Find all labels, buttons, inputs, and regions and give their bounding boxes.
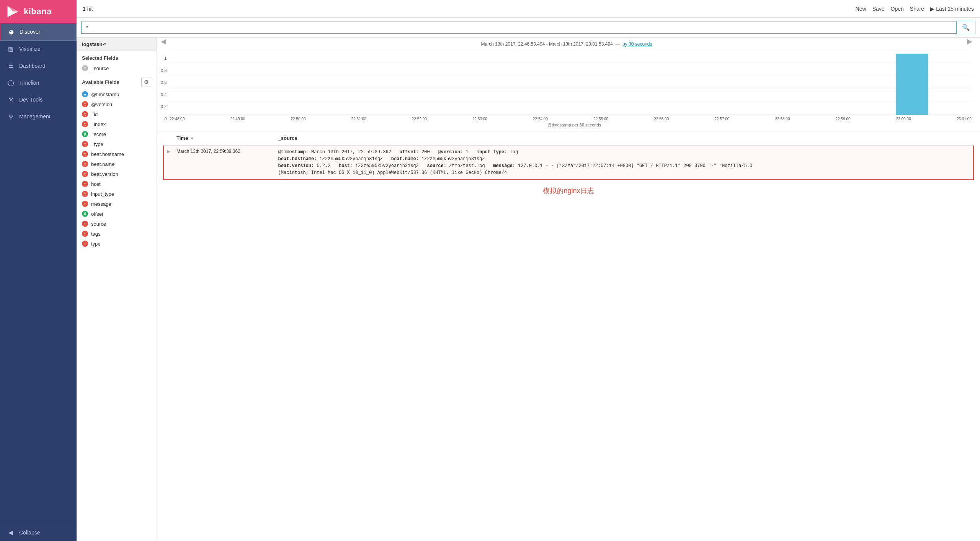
search-button[interactable]: 🔍 <box>957 21 975 34</box>
type-t-icon: t <box>82 201 88 207</box>
selected-field-source[interactable]: ? _source <box>77 63 157 73</box>
field-score-label: _score <box>91 131 106 137</box>
topbar: 1 hit New Save Open Share ▶ Last 15 minu… <box>77 0 980 18</box>
chart-x-labels: 22:48:00 22:49:00 22:50:00 22:51:00 22:5… <box>169 117 972 121</box>
results-table-body: ▶ March 13th 2017, 22:59:39.362 @timesta… <box>163 145 973 180</box>
type-t-icon: t <box>82 141 88 147</box>
field-id[interactable]: t _id <box>77 109 157 119</box>
time-label-text: Last 15 minutes <box>936 6 974 12</box>
field-beat-hostname[interactable]: t beat.hostname <box>77 149 157 159</box>
x-tick-13: 23:01:00 <box>957 117 972 121</box>
x-tick-10: 22:58:00 <box>775 117 790 121</box>
chevron-left-icon: ◀ <box>7 529 15 536</box>
field-version-label: @version <box>91 102 112 107</box>
sidebar-item-discover[interactable]: ◕ Discover <box>0 23 77 41</box>
type-question-icon: ? <box>82 65 88 71</box>
source-key-timestamp: @timestamp: <box>278 149 309 155</box>
y-label-06: 0.6 <box>161 80 167 85</box>
date-range-text: March 13th 2017, 22:46:53.494 - March 13… <box>481 41 613 47</box>
grid-icon: ☰ <box>7 62 15 70</box>
field-beat-hostname-label: beat.hostname <box>91 151 124 157</box>
sidebar-item-visualize-label: Visualize <box>19 46 41 52</box>
x-tick-11: 22:59:00 <box>836 117 851 121</box>
type-hash-icon: # <box>82 131 88 137</box>
type-t-icon: t <box>82 121 88 127</box>
type-circle-icon: ● <box>82 91 88 97</box>
field-timestamp[interactable]: ● @timestamp <box>77 89 157 99</box>
field-version[interactable]: t @version <box>77 99 157 109</box>
sidebar: kibana ◕ Discover ▧ Visualize ☰ Dashboar… <box>0 0 77 541</box>
by-seconds-link[interactable]: by 30 seconds <box>622 41 652 47</box>
chart-header: March 13th 2017, 22:46:53.494 - March 13… <box>161 41 972 47</box>
annotation-text: 模拟的nginx日志 <box>163 180 974 202</box>
content-area: logstash-* Selected Fields ? _source Ava… <box>77 38 980 541</box>
index-pattern[interactable]: logstash-* <box>77 38 157 51</box>
sidebar-item-dashboard[interactable]: ☰ Dashboard <box>0 57 77 74</box>
search-bar: 🔍 <box>77 18 980 38</box>
field-source[interactable]: t source <box>77 219 157 229</box>
table-row[interactable]: ▶ March 13th 2017, 22:59:39.362 @timesta… <box>163 145 973 180</box>
results-table-header: Time ▼ _source <box>163 131 973 145</box>
sidebar-item-visualize[interactable]: ▧ Visualize <box>0 41 77 57</box>
sidebar-item-management[interactable]: ⚙ Management <box>0 108 77 125</box>
time-cell: March 13th 2017, 22:59:39.362 <box>173 145 275 180</box>
x-tick-1: 22:49:00 <box>230 117 245 121</box>
main-content: 1 hit New Save Open Share ▶ Last 15 minu… <box>77 0 980 541</box>
field-message-label: message <box>91 201 111 207</box>
type-t-icon: t <box>82 241 88 247</box>
field-type2[interactable]: t type <box>77 239 157 249</box>
time-picker[interactable]: ▶ Last 15 minutes <box>930 6 974 12</box>
results-table: Time ▼ _source ▶ March 13th 2017, 22:59:… <box>163 131 974 180</box>
x-tick-8: 22:56:00 <box>654 117 669 121</box>
field-source-label: source <box>91 221 106 227</box>
topbar-actions: New Save Open Share ▶ Last 15 minutes <box>856 6 974 12</box>
field-index[interactable]: t _index <box>77 119 157 129</box>
chart-prev-button[interactable]: ◀ <box>161 38 166 46</box>
field-host[interactable]: t host <box>77 179 157 189</box>
sort-arrow: ▼ <box>190 136 194 141</box>
sidebar-item-timelion[interactable]: ◯ Timelion <box>0 74 77 91</box>
open-button[interactable]: Open <box>891 6 904 12</box>
type-t-icon: t <box>82 151 88 157</box>
save-button[interactable]: Save <box>872 6 885 12</box>
sidebar-item-devtools-label: Dev Tools <box>19 97 42 103</box>
field-beat-name-label: beat.name <box>91 161 114 167</box>
sidebar-collapse-button[interactable]: ◀ Collapse <box>0 524 77 541</box>
new-button[interactable]: New <box>856 6 866 12</box>
available-fields-gear-button[interactable]: ⚙ <box>141 77 151 87</box>
field-message[interactable]: t message <box>77 199 157 209</box>
search-input[interactable] <box>81 21 957 34</box>
type-t-icon: t <box>82 221 88 227</box>
field-beat-name[interactable]: t beat.name <box>77 159 157 169</box>
x-tick-5: 22:53:00 <box>472 117 487 121</box>
wrench-icon: ⚒ <box>7 96 15 103</box>
field-beat-version[interactable]: t beat.version <box>77 169 157 179</box>
field-score[interactable]: # _score <box>77 129 157 139</box>
field-timestamp-label: @timestamp <box>91 92 119 97</box>
field-id-label: _id <box>91 111 98 117</box>
type-t-icon: t <box>82 111 88 117</box>
y-label-08: 0.8 <box>161 68 167 73</box>
field-type[interactable]: t _type <box>77 139 157 149</box>
hit-count: 1 hit <box>83 6 93 12</box>
timelion-icon: ◯ <box>7 79 15 87</box>
share-button[interactable]: Share <box>910 6 924 12</box>
time-col-header[interactable]: Time ▼ <box>173 131 275 145</box>
type-t-icon: t <box>82 161 88 167</box>
chart-next-button[interactable]: ▶ <box>967 38 972 46</box>
expand-cell[interactable]: ▶ <box>163 145 173 180</box>
selected-fields-title: Selected Fields <box>77 51 157 63</box>
sidebar-item-management-label: Management <box>19 113 51 120</box>
source-key-version: @version: <box>438 149 463 155</box>
field-tags[interactable]: t tags <box>77 229 157 239</box>
x-tick-6: 22:54:00 <box>533 117 548 121</box>
results-area: Time ▼ _source ▶ March 13th 2017, 22:59:… <box>157 131 980 541</box>
field-input-type[interactable]: t input_type <box>77 189 157 199</box>
source-key-offset: offset: <box>399 149 418 155</box>
app-title: kibana <box>24 7 52 16</box>
source-key-beat-hostname: beat.hostname: <box>278 156 317 162</box>
y-label-04: 0.4 <box>161 92 167 97</box>
sidebar-item-devtools[interactable]: ⚒ Dev Tools <box>0 91 77 108</box>
expand-icon[interactable]: ▶ <box>167 149 170 154</box>
field-offset[interactable]: # offset <box>77 209 157 219</box>
